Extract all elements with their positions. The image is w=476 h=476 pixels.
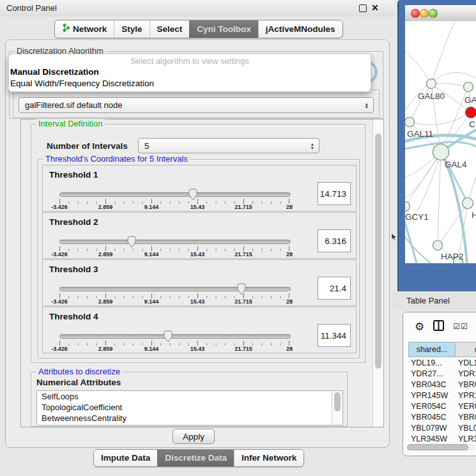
- node-ga[interactable]: [464, 82, 473, 92]
- slider-tick-labels: -3.426 2.859 9.144 21.715 15.43 28: [59, 346, 289, 352]
- table-row[interactable]: YBL079WYBL0: [408, 422, 476, 433]
- slider-ticks: [59, 246, 289, 251]
- close-icon[interactable]: ✕: [371, 3, 379, 13]
- tab-jactivemnodules[interactable]: jActiveMNodules: [258, 20, 342, 38]
- threshold-3-value-field[interactable]: 21.4: [318, 277, 351, 300]
- tab-discretize-data[interactable]: Discretize Data: [157, 450, 234, 466]
- table-row[interactable]: YBR043CYBR0: [408, 379, 476, 390]
- network-canvas[interactable]: GAL80 GA C GAL11 GAL4 GCY1 H HAP2: [405, 21, 476, 263]
- algorithm-dropdown-popup: Select algorithm to view settings Manual…: [8, 54, 371, 92]
- mouse-cursor: [391, 233, 397, 242]
- network-window-titlebar[interactable]: [405, 5, 476, 22]
- threshold-4-slider[interactable]: [59, 334, 291, 339]
- table-header-row: shared... n: [408, 342, 476, 357]
- table-row[interactable]: YDL19...YDL1: [408, 357, 476, 368]
- tab-style[interactable]: Style: [114, 20, 149, 38]
- node-table[interactable]: shared... n YDL19...YDL1 YDR27...YDR2 YB…: [408, 342, 476, 444]
- table-row[interactable]: YLR345WYLR3: [408, 433, 476, 444]
- dropdown-option-manual-discretization[interactable]: Manual Discretization: [9, 66, 371, 78]
- node-label: GA: [464, 95, 476, 105]
- table-row[interactable]: YDR27...YDR2: [408, 368, 476, 379]
- scrollbar-thumb[interactable]: [334, 392, 341, 411]
- tab-infer-network-label: Infer Network: [242, 453, 296, 463]
- tab-jactivemnodules-label: jActiveMNodules: [266, 24, 335, 34]
- node-red-selected[interactable]: [466, 107, 476, 118]
- threshold-3-label: Threshold 3: [49, 265, 98, 274]
- tab-impute-data-label: Impute Data: [101, 453, 150, 463]
- threshold-3-panel: Threshold 3 -3.426 2.859 9.144 15.43 21.…: [42, 259, 357, 306]
- tab-impute-data[interactable]: Impute Data: [94, 450, 157, 466]
- column-header-name[interactable]: n: [456, 342, 476, 357]
- threshold-2-value-field[interactable]: 6.316: [318, 229, 351, 252]
- node-label: GAL11: [407, 129, 433, 139]
- list-scrollbar[interactable]: [332, 391, 342, 425]
- table-data-selected-value: galFiltered.sif default node: [19, 100, 122, 110]
- tab-cyni-toolbox[interactable]: Cyni Toolbox: [189, 20, 258, 38]
- table-data-combobox[interactable]: galFiltered.sif default node ▲▼: [19, 97, 374, 113]
- node-gcy1[interactable]: [405, 202, 410, 211]
- node-gal4[interactable]: [433, 144, 449, 160]
- tab-select-label: Select: [157, 24, 183, 34]
- minimize-traffic-light[interactable]: [420, 9, 429, 18]
- column-header-shared[interactable]: shared...: [408, 342, 456, 357]
- table-row[interactable]: YPR145WYPR1: [408, 390, 476, 401]
- node-gal80[interactable]: [427, 79, 436, 89]
- scrollbar-thumb[interactable]: [407, 444, 468, 450]
- table-panel: ⚙ ☑☑ shared... n YDL19...YDL1 YDR27...YD…: [403, 312, 476, 456]
- node-gal11[interactable]: [405, 118, 415, 127]
- control-panel-tabbar: Network Style Select Cyni Toolbox jActiv…: [54, 20, 343, 38]
- split-columns-icon[interactable]: [433, 320, 444, 333]
- cyni-bottom-tabbar: Impute Data Discretize Data Infer Networ…: [93, 449, 304, 467]
- table-panel-title: Table Panel: [406, 296, 450, 305]
- node-label: H: [472, 210, 476, 220]
- attributes-group: Attributes to discretize Numerical Attri…: [31, 372, 348, 427]
- float-window-icon[interactable]: [359, 4, 367, 12]
- node-h[interactable]: [463, 198, 473, 209]
- threshold-2-slider[interactable]: [59, 240, 291, 244]
- table-row[interactable]: YER054CYER0: [408, 401, 476, 411]
- number-of-intervals-spinner[interactable]: 5 ▲▼: [138, 138, 319, 153]
- table-panel-bar: Table Panel: [392, 293, 476, 309]
- close-traffic-light[interactable]: [411, 9, 420, 18]
- gear-icon[interactable]: ⚙: [415, 320, 424, 334]
- list-item[interactable]: TopologicalCoefficient: [37, 402, 342, 413]
- table-horizontal-scrollbar[interactable]: [407, 444, 475, 450]
- numerical-attributes-label: Numerical Attributes: [36, 378, 121, 387]
- interval-definition-label: Interval Definition: [36, 119, 105, 128]
- scrollbar-thumb[interactable]: [375, 134, 381, 369]
- table-row[interactable]: YBR045CYBR0: [408, 411, 476, 422]
- network-graph: GAL80 GA C GAL11 GAL4 GCY1 H HAP2: [405, 21, 476, 263]
- select-columns-icon[interactable]: ☑☑: [453, 322, 468, 331]
- apply-button[interactable]: Apply: [173, 429, 215, 444]
- threshold-1-label: Threshold 1: [49, 170, 98, 180]
- tab-select[interactable]: Select: [150, 20, 190, 38]
- threshold-1-value-field[interactable]: 14.713: [318, 182, 351, 205]
- list-item[interactable]: BetweennessCentrality: [37, 413, 342, 424]
- slider-ticks: [59, 341, 289, 346]
- node-hap2[interactable]: [433, 241, 443, 250]
- threshold-4-value-field[interactable]: 11.344: [318, 324, 351, 347]
- interval-definition-group: Interval Definition Number of Intervals …: [31, 124, 365, 363]
- list-item[interactable]: SelfLoops: [37, 391, 342, 402]
- attributes-group-label: Attributes to discretize: [36, 367, 123, 376]
- tab-network[interactable]: Network: [55, 20, 114, 38]
- zoom-traffic-light[interactable]: [429, 9, 438, 18]
- tab-network-label: Network: [73, 24, 107, 34]
- table-toolbar: ⚙ ☑☑: [403, 312, 476, 341]
- settings-scrollbar[interactable]: [372, 119, 383, 427]
- threshold-1-panel: Threshold 1 -3.426 2.859 9.144 15.43 21.…: [42, 165, 357, 211]
- spinner-arrows-icon: ▲▼: [311, 142, 314, 150]
- dropdown-option-equal-width[interactable]: Equal Width/Frequency Discretization: [9, 78, 371, 89]
- threshold-4-label: Threshold 4: [49, 312, 98, 321]
- threshold-1-slider[interactable]: [59, 192, 291, 197]
- thresholds-group-label: Threshold's Coordinates for 5 Intervals: [43, 154, 190, 164]
- threshold-3-slider[interactable]: [59, 287, 291, 291]
- screen: Control Panel ✕ Network Style Select Cyn…: [0, 0, 476, 476]
- threshold-4-panel: Threshold 4 -3.426 2.859 9.144 21.715 15…: [42, 307, 357, 353]
- control-panel-titlebar: Control Panel ✕: [0, 0, 395, 17]
- node-label: C: [469, 119, 475, 129]
- numerical-attributes-list[interactable]: SelfLoops TopologicalCoefficient Between…: [36, 390, 343, 426]
- tab-infer-network[interactable]: Infer Network: [234, 450, 303, 466]
- slider-tick-labels: -3.426 2.859 9.144 15.43 21.715 28: [59, 251, 289, 257]
- threshold-2-label: Threshold 2: [49, 217, 98, 227]
